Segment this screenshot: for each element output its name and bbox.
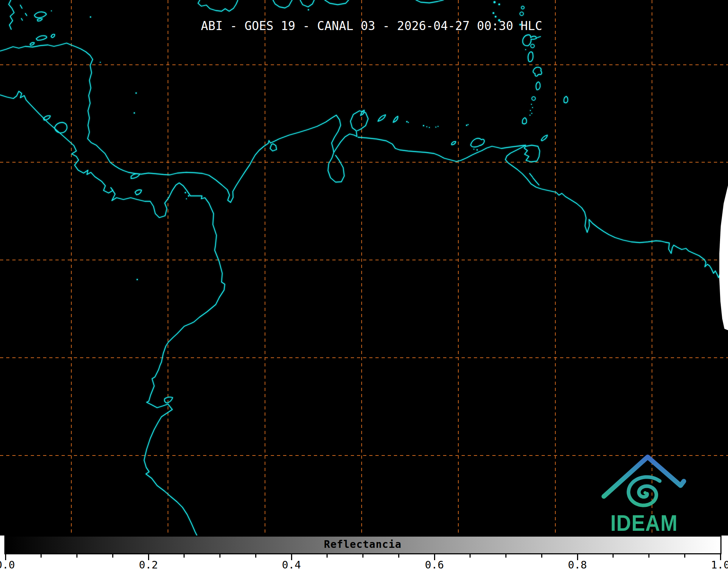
colorbar-minor-tick	[648, 554, 649, 558]
island-dot	[525, 49, 526, 50]
colorbar-minor-tick	[470, 554, 471, 558]
island-dot	[135, 92, 137, 94]
island-dot	[438, 126, 439, 127]
colorbar-minor-tick	[684, 554, 685, 558]
island-dot	[136, 279, 138, 280]
colorbar-minor-tick	[41, 554, 42, 558]
island-dot	[530, 110, 531, 111]
ideam-logo-swirl-center	[644, 491, 647, 495]
island-dot	[426, 126, 428, 127]
island-dot	[474, 149, 475, 150]
island-dot	[423, 125, 424, 126]
island-dot	[429, 127, 430, 128]
island-dot	[186, 198, 187, 200]
colorbar-minor-tick	[505, 554, 506, 558]
colorbar-minor-tick	[219, 554, 220, 558]
island-dot	[134, 112, 135, 114]
island-dot	[408, 122, 409, 123]
colorbar-tick-label: 0.8	[568, 559, 587, 571]
image-title: ABI - GOES 19 - CANAL 03 - 2026-04-27 00…	[201, 19, 542, 33]
colorbar-minor-tick	[255, 554, 256, 558]
colorbar-tick-label: 1.0	[711, 559, 728, 571]
island-dot	[185, 192, 186, 193]
island-dot	[532, 107, 533, 108]
colorbar-minor-tick	[184, 554, 185, 558]
satellite-image-viewer: IDEAM ABI - GOES 19 - CANAL 03 - 2026-04…	[0, 0, 728, 571]
colorbar-minor-tick	[327, 554, 328, 558]
island-dot	[308, 9, 309, 11]
colorbar-minor-tick	[112, 554, 113, 558]
colorbar-minor-tick	[398, 554, 399, 558]
island-dot	[493, 1, 496, 3]
colorbar-tick-label: 0.4	[282, 559, 301, 571]
colorbar-minor-tick	[362, 554, 363, 558]
island-dot	[531, 113, 533, 114]
island-dot	[468, 124, 469, 125]
island-dot	[493, 12, 495, 14]
colorbar-minor-tick	[541, 554, 542, 558]
island-dot	[90, 16, 91, 18]
island-dot	[100, 62, 101, 63]
island-dot	[530, 115, 531, 116]
colorbar-minor-tick	[76, 554, 77, 558]
island-dot	[51, 11, 52, 12]
ideam-logo-text: IDEAM	[610, 510, 678, 536]
island-dot	[466, 125, 467, 126]
map-canvas: IDEAM	[0, 0, 728, 536]
island-dot	[406, 121, 408, 122]
colorbar-label: Reflectancia	[324, 538, 401, 550]
colorbar-minor-tick	[613, 554, 614, 558]
island-dot	[498, 4, 500, 5]
island-dot	[531, 104, 532, 105]
island-dot	[435, 127, 437, 128]
island-dot	[188, 195, 189, 197]
colorbar-tick-label: 0.2	[139, 559, 158, 571]
island-dot	[495, 16, 497, 18]
island-dot	[476, 149, 478, 151]
colorbar-tick-label: 0.6	[425, 559, 444, 571]
colorbar-tick-label: 0.0	[0, 559, 15, 571]
